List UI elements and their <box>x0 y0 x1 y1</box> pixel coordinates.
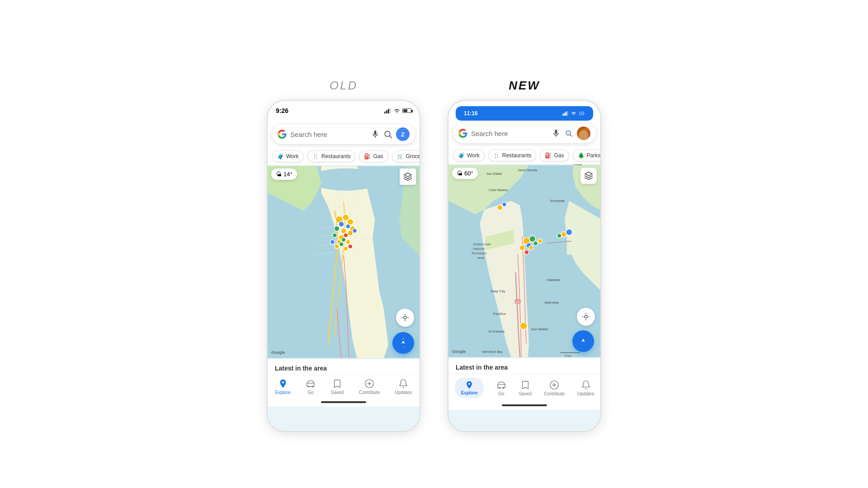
svg-rect-45 <box>566 112 567 116</box>
new-direction-icon <box>578 336 588 346</box>
location-icon <box>401 314 409 322</box>
old-nav-saved-label: Saved <box>331 390 344 395</box>
new-map[interactable]: Golden Gate National Recreation Area <box>448 164 600 358</box>
chip-work-new[interactable]: 🧳 Work <box>453 150 485 161</box>
new-nav-saved[interactable]: Saved <box>515 379 535 397</box>
new-search-container: Search here <box>448 121 600 147</box>
old-map[interactable]: Daly City Colma South San Francisco Paci… <box>268 165 420 359</box>
old-nav-go-label: Go <box>308 390 314 395</box>
svg-point-19 <box>341 228 346 234</box>
new-explore-nav-icon <box>465 380 474 389</box>
new-bottom-nav: Explore Go <box>448 374 600 403</box>
old-nav-updates-label: Updates <box>395 390 412 395</box>
svg-point-82 <box>561 232 566 237</box>
wifi-icon <box>393 108 401 113</box>
svg-rect-44 <box>564 113 566 116</box>
chip-gas-old[interactable]: ⛽ Gas <box>359 150 388 162</box>
new-layers-button[interactable] <box>580 168 597 184</box>
updates-nav-icon <box>398 379 408 389</box>
chip-restaurants-old[interactable]: 🍴 Restaurants <box>307 150 356 162</box>
user-avatar-old[interactable]: Z <box>396 127 410 141</box>
svg-point-50 <box>567 132 570 134</box>
new-nav-go[interactable]: Go <box>493 379 510 397</box>
explore-pill: Explore <box>455 378 484 398</box>
old-search-bar[interactable]: Search here Z <box>272 124 415 144</box>
svg-point-30 <box>330 240 335 244</box>
lens-icon[interactable] <box>383 130 392 139</box>
new-search-bar[interactable]: Search here <box>453 123 596 143</box>
chip-parks-label-new: Parks <box>587 152 601 159</box>
restaurants-icon-old: 🍴 <box>312 153 319 160</box>
chip-parks-new[interactable]: 🌲 Parks <box>573 150 601 161</box>
new-direction-fab[interactable] <box>572 330 594 352</box>
chip-gas-label-old: Gas <box>373 153 383 160</box>
new-location-button[interactable] <box>577 308 595 326</box>
svg-point-29 <box>346 240 350 244</box>
svg-rect-2 <box>388 109 389 113</box>
old-nav-explore[interactable]: Explore <box>272 378 294 396</box>
old-search-text: Search here <box>290 131 367 138</box>
svg-text:El Granada: El Granada <box>489 330 505 333</box>
layers-icon <box>403 172 412 181</box>
parks-icon-new: 🌲 <box>578 152 585 159</box>
old-latest-text: Latest in the area <box>275 365 327 372</box>
old-nav-updates[interactable]: Updates <box>392 378 415 396</box>
svg-text:Google: Google <box>452 349 466 354</box>
saved-nav-icon <box>332 379 342 389</box>
new-saved-nav-icon <box>520 380 530 390</box>
svg-point-92 <box>499 387 500 389</box>
new-temperature: 60° <box>464 170 473 177</box>
new-chips-row: 🧳 Work 🍴 Restaurants ⛽ Gas 🌲 Parks <box>448 147 600 164</box>
old-label: OLD <box>330 79 358 93</box>
user-avatar-new[interactable] <box>577 127 590 140</box>
old-status-bar: 9:26 <box>268 101 420 121</box>
svg-point-38 <box>308 386 310 388</box>
chip-restaurants-new[interactable]: 🍴 Restaurants <box>488 150 537 161</box>
new-nav-explore[interactable]: Explore <box>451 377 488 399</box>
new-status-icons <box>562 111 585 116</box>
new-time: 11:16 <box>464 110 478 117</box>
new-nav-contribute[interactable]: Contribute <box>540 379 568 397</box>
chip-groceries-label-old: Grocerie <box>406 153 420 160</box>
old-location-button[interactable] <box>396 309 414 327</box>
svg-point-79 <box>533 241 538 246</box>
svg-text:San Mateo: San Mateo <box>531 327 549 331</box>
new-battery-icon <box>579 111 585 116</box>
svg-text:Golden Gate: Golden Gate <box>473 243 491 246</box>
old-layers-button[interactable] <box>400 169 416 185</box>
svg-point-22 <box>332 233 337 238</box>
new-lens-icon[interactable] <box>564 129 573 138</box>
new-nav-explore-label: Explore <box>461 390 478 395</box>
old-nav-contribute[interactable]: Contribute <box>355 378 383 396</box>
new-nav-go-label: Go <box>498 391 504 396</box>
chip-groceries-old[interactable]: 🛒 Grocerie <box>392 150 420 162</box>
new-nav-updates[interactable]: Updates <box>574 379 598 397</box>
svg-text:Oakland: Oakland <box>547 278 560 282</box>
svg-text:Pinole: Pinole <box>574 164 582 166</box>
new-label: NEW <box>509 79 540 93</box>
old-map-svg: Daly City Colma South San Francisco Paci… <box>268 165 420 359</box>
old-nav-saved[interactable]: Saved <box>327 378 347 396</box>
new-mic-icon[interactable] <box>552 129 561 138</box>
restaurants-icon-new: 🍴 <box>493 152 500 159</box>
new-search-text: Search here <box>471 130 548 137</box>
mic-icon[interactable] <box>371 130 380 139</box>
chip-work-old[interactable]: 🧳 Work <box>272 150 304 162</box>
new-layers-icon <box>584 171 593 180</box>
svg-rect-1 <box>386 110 387 113</box>
old-direction-fab[interactable] <box>392 332 414 354</box>
new-updates-nav-icon <box>581 380 591 390</box>
contribute-nav-icon <box>364 379 374 389</box>
new-status-bar: 11:16 <box>456 106 593 121</box>
new-home-indicator <box>448 403 600 410</box>
svg-point-77 <box>524 250 529 254</box>
svg-point-78 <box>529 245 533 250</box>
old-phone: 9:26 <box>267 100 420 432</box>
svg-rect-48 <box>584 113 584 114</box>
old-search-container: Search here Z <box>268 121 420 148</box>
svg-text:Emeryville: Emeryville <box>550 199 565 203</box>
chip-gas-new[interactable]: ⛽ Gas <box>540 150 569 161</box>
svg-text:Area: Area <box>477 256 484 259</box>
work-icon-old: 🧳 <box>277 153 284 160</box>
old-nav-go[interactable]: Go <box>302 378 319 396</box>
